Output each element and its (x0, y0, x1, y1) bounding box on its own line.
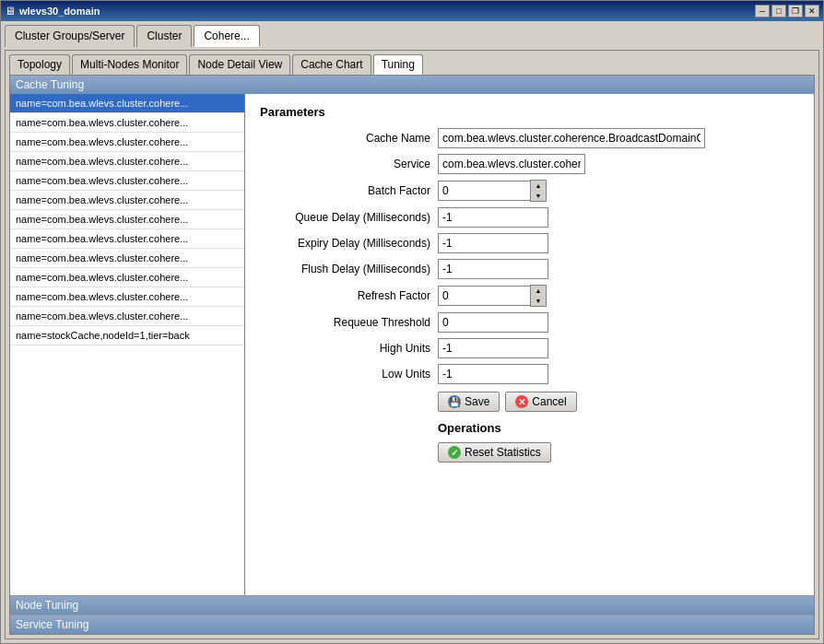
service-label: Service (260, 158, 430, 170)
tab-cluster[interactable]: Cluster (136, 25, 192, 47)
high-units-row: High Units (260, 338, 799, 358)
list-item[interactable]: name=com.bea.wlevs.cluster.cohere... (10, 94, 244, 113)
batch-factor-input[interactable] (438, 181, 530, 201)
tab-tuning[interactable]: Tuning (373, 54, 423, 75)
low-units-label: Low Units (260, 368, 430, 381)
save-button[interactable]: 💾 Save (438, 392, 500, 412)
tab-topology[interactable]: Topology (9, 54, 70, 75)
low-units-row: Low Units (260, 364, 799, 384)
cache-tuning-header: Cache Tuning (10, 76, 814, 94)
queue-delay-input[interactable] (438, 207, 548, 228)
batch-factor-label: Batch Factor (260, 184, 430, 197)
bottom-sections: Node Tuning Service Tuning (10, 595, 814, 634)
cancel-label: Cancel (532, 395, 566, 408)
tab-node-detail[interactable]: Node Detail View (189, 54, 290, 75)
flush-delay-input[interactable] (438, 259, 548, 279)
refresh-factor-label: Refresh Factor (260, 289, 430, 302)
service-input[interactable] (438, 154, 585, 174)
high-units-input[interactable] (438, 338, 548, 358)
list-item[interactable]: name=com.bea.wlevs.cluster.cohere... (10, 229, 244, 249)
list-item[interactable]: name=com.bea.wlevs.cluster.cohere... (10, 268, 244, 287)
content-panel: Cache Tuning name=com.bea.wlevs.cluster.… (9, 75, 815, 635)
tab-cluster-groups[interactable]: Cluster Groups/Server (5, 25, 135, 47)
node-tuning-header: Node Tuning (10, 595, 814, 615)
expiry-delay-label: Expiry Delay (Milliseconds) (260, 237, 430, 250)
list-item[interactable]: name=com.bea.wlevs.cluster.cohere... (10, 171, 244, 191)
cancel-icon: ✕ (515, 395, 528, 408)
title-buttons: ─ □ ❐ ✕ (755, 5, 819, 18)
restore-button[interactable]: ❐ (788, 5, 803, 18)
requeue-threshold-input[interactable] (438, 312, 548, 333)
service-row: Service (260, 154, 799, 174)
queue-delay-row: Queue Delay (Milliseconds) (260, 207, 799, 228)
main-window: 🖥 wlevs30_domain ─ □ ❐ ✕ Cluster Groups/… (0, 0, 824, 644)
list-item[interactable]: name=com.bea.wlevs.cluster.cohere... (10, 113, 244, 133)
tab-cache-chart[interactable]: Cache Chart (292, 54, 371, 75)
expiry-delay-input[interactable] (438, 233, 548, 253)
window-title: wlevs30_domain (19, 6, 100, 17)
high-units-label: High Units (260, 342, 430, 355)
refresh-factor-input[interactable] (438, 286, 530, 306)
save-icon: 💾 (448, 395, 461, 408)
service-tuning-header: Service Tuning (10, 615, 814, 634)
reset-icon: ✓ (448, 446, 461, 459)
action-buttons: 💾 Save ✕ Cancel (438, 392, 799, 412)
tab-cohere[interactable]: Cohere... (194, 25, 259, 47)
refresh-factor-row: Refresh Factor ▲ ▼ (260, 285, 799, 307)
parameters-panel: Parameters Cache Name Service (245, 94, 814, 595)
refresh-factor-spinner: ▲ ▼ (438, 285, 547, 307)
window-icon: 🖥 (5, 5, 16, 18)
batch-factor-spinner: ▲ ▼ (438, 180, 547, 202)
sub-tabs: Topology Multi-Nodes Monitor Node Detail… (6, 51, 818, 75)
top-tabs: Cluster Groups/Server Cluster Cohere... (5, 25, 819, 47)
cache-list: name=com.bea.wlevs.cluster.cohere... nam… (10, 94, 245, 595)
batch-factor-up[interactable]: ▲ (531, 181, 546, 191)
content-inner: Cache Tuning name=com.bea.wlevs.cluster.… (10, 76, 814, 595)
list-item[interactable]: name=com.bea.wlevs.cluster.cohere... (10, 210, 244, 229)
operations-title: Operations (438, 421, 799, 435)
reset-statistics-button[interactable]: ✓ Reset Statistics (438, 442, 551, 463)
flush-delay-row: Flush Delay (Milliseconds) (260, 259, 799, 279)
main-area: Topology Multi-Nodes Monitor Node Detail… (5, 50, 819, 639)
flush-delay-label: Flush Delay (Milliseconds) (260, 263, 430, 275)
queue-delay-label: Queue Delay (Milliseconds) (260, 211, 430, 224)
list-item[interactable]: name=com.bea.wlevs.cluster.cohere... (10, 287, 244, 307)
batch-factor-spinner-btns: ▲ ▼ (530, 180, 547, 202)
batch-factor-down[interactable]: ▼ (531, 191, 546, 201)
cache-name-input[interactable] (438, 128, 705, 148)
cache-name-row: Cache Name (260, 128, 799, 148)
requeue-threshold-label: Requeue Threshold (260, 316, 430, 329)
save-label: Save (465, 395, 489, 408)
maximize-button[interactable]: □ (771, 5, 786, 18)
split-pane: name=com.bea.wlevs.cluster.cohere... nam… (10, 94, 814, 595)
list-item[interactable]: name=com.bea.wlevs.cluster.cohere... (10, 249, 244, 268)
title-bar-left: 🖥 wlevs30_domain (5, 5, 100, 18)
list-item[interactable]: name=com.bea.wlevs.cluster.cohere... (10, 133, 244, 152)
tab-multi-nodes[interactable]: Multi-Nodes Monitor (72, 54, 187, 75)
cache-name-label: Cache Name (260, 132, 430, 145)
title-bar: 🖥 wlevs30_domain ─ □ ❐ ✕ (1, 1, 823, 21)
list-item[interactable]: name=com.bea.wlevs.cluster.cohere... (10, 152, 244, 171)
parameters-title: Parameters (260, 105, 799, 119)
list-item[interactable]: name=com.bea.wlevs.cluster.cohere... (10, 191, 244, 210)
close-button[interactable]: ✕ (805, 5, 819, 18)
refresh-factor-down[interactable]: ▼ (531, 296, 546, 306)
list-item[interactable]: name=stockCache,nodeId=1,tier=back (10, 326, 244, 345)
low-units-input[interactable] (438, 364, 548, 384)
list-item[interactable]: name=com.bea.wlevs.cluster.cohere... (10, 307, 244, 326)
cancel-button[interactable]: ✕ Cancel (505, 392, 576, 412)
reset-label: Reset Statistics (465, 446, 541, 459)
refresh-factor-up[interactable]: ▲ (531, 286, 546, 296)
requeue-threshold-row: Requeue Threshold (260, 312, 799, 333)
refresh-factor-spinner-btns: ▲ ▼ (530, 285, 547, 307)
batch-factor-row: Batch Factor ▲ ▼ (260, 180, 799, 202)
minimize-button[interactable]: ─ (755, 5, 770, 18)
expiry-delay-row: Expiry Delay (Milliseconds) (260, 233, 799, 253)
operations-buttons: ✓ Reset Statistics (438, 442, 799, 463)
window-body: Cluster Groups/Server Cluster Cohere... … (1, 21, 823, 643)
